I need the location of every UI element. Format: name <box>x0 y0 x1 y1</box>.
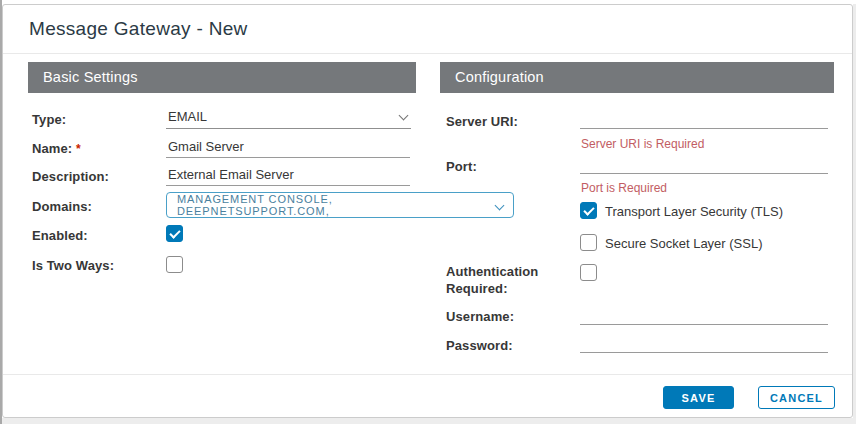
enabled-label: Enabled: <box>32 228 88 243</box>
port-input[interactable] <box>580 154 828 174</box>
description-label: Description: <box>32 169 109 184</box>
server-uri-error: Server URI is Required <box>581 137 704 151</box>
port-error: Port is Required <box>581 181 667 195</box>
section-header-basic-settings: Basic Settings <box>28 62 416 93</box>
page: Message Gateway - New Basic Settings Con… <box>0 0 856 424</box>
type-label: Type: <box>32 112 66 127</box>
username-input[interactable] <box>580 305 828 325</box>
is-two-ways-label: Is Two Ways: <box>32 258 114 273</box>
cancel-button[interactable]: CANCEL <box>758 386 835 409</box>
server-uri-label: Server URI: <box>446 114 518 129</box>
password-input[interactable] <box>580 333 828 353</box>
window-bottom-strip <box>2 418 856 424</box>
enabled-checkbox[interactable] <box>166 225 183 242</box>
server-uri-input[interactable] <box>580 109 828 129</box>
name-label: Name: * <box>32 141 81 156</box>
title-divider <box>3 53 852 54</box>
type-select-value: EMAIL <box>168 109 207 124</box>
password-label: Password: <box>446 338 513 353</box>
footer-divider <box>3 374 852 375</box>
port-label: Port: <box>446 159 477 174</box>
page-title: Message Gateway - New <box>29 18 248 40</box>
chevron-down-icon <box>399 111 409 121</box>
domains-value: MANAGEMENT CONSOLE, DEEPNETSUPPORT.COM, <box>177 193 487 217</box>
domains-label: Domains: <box>32 199 92 214</box>
name-input[interactable] <box>166 138 410 158</box>
section-header-configuration: Configuration <box>440 62 834 93</box>
ssl-label: Secure Socket Layer (SSL) <box>605 236 763 251</box>
tls-checkbox[interactable] <box>580 202 597 219</box>
username-label: Username: <box>446 309 514 324</box>
auth-required-label: Authentication Required: <box>446 263 572 297</box>
type-select[interactable]: EMAIL <box>166 109 411 129</box>
message-gateway-dialog: Message Gateway - New Basic Settings Con… <box>2 4 853 418</box>
chevron-down-icon <box>495 200 505 210</box>
description-input[interactable] <box>166 166 410 186</box>
name-label-text: Name: <box>32 141 72 156</box>
save-button[interactable]: SAVE <box>663 386 734 409</box>
ssl-checkbox[interactable] <box>580 234 597 251</box>
domains-multiselect[interactable]: MANAGEMENT CONSOLE, DEEPNETSUPPORT.COM, <box>166 192 514 218</box>
required-asterisk: * <box>76 142 81 156</box>
tls-label: Transport Layer Security (TLS) <box>605 204 783 219</box>
auth-required-checkbox[interactable] <box>580 264 597 281</box>
is-two-ways-checkbox[interactable] <box>166 256 183 273</box>
